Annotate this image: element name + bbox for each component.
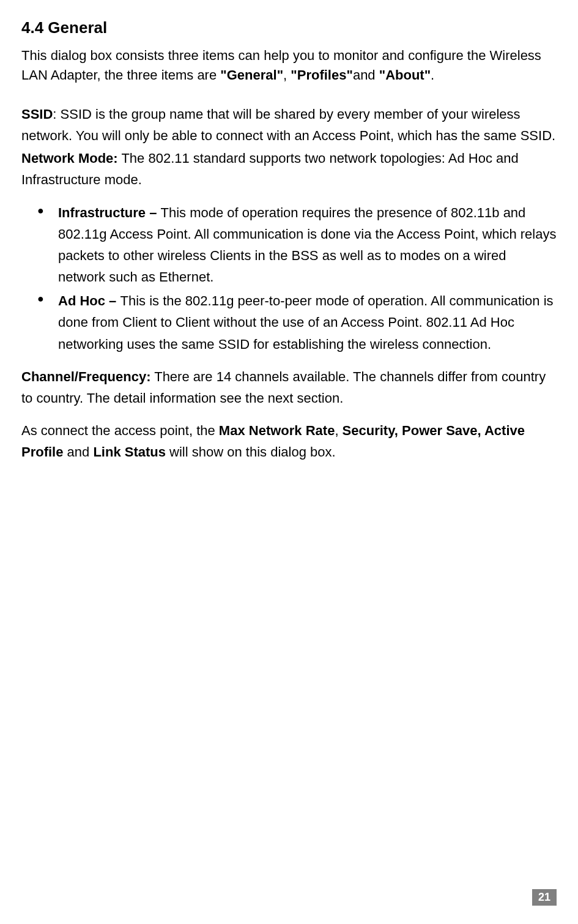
bullet-adhoc: Ad Hoc – This is the 802.11g peer-to-pee… (41, 290, 557, 355)
closing-mid1: , (335, 423, 342, 438)
intro-bold-profiles: "Profiles" (291, 67, 353, 83)
intro-bold-about: "About" (379, 67, 431, 83)
intro-bold-general: "General" (220, 67, 283, 83)
network-mode-label: Network Mode: (21, 151, 118, 166)
intro-mid1: , (283, 67, 291, 83)
bullet-infrastructure-label: Infrastructure – (58, 205, 161, 220)
intro-paragraph: This dialog box consists three items can… (21, 46, 557, 85)
intro-mid2: and (353, 67, 379, 83)
intro-end: . (431, 67, 434, 83)
bullet-adhoc-label: Ad Hoc – (58, 293, 120, 308)
network-mode-paragraph: Network Mode: The 802.11 standard suppor… (21, 147, 557, 190)
ssid-block: SSID: SSID is the group name that will b… (21, 103, 557, 191)
ssid-text: : SSID is the group name that will be sh… (21, 106, 555, 143)
ssid-label: SSID (21, 106, 53, 122)
bullet-adhoc-text: This is the 802.11g peer-to-peer mode of… (58, 293, 554, 351)
channel-label: Channel/Frequency: (21, 369, 150, 384)
ssid-paragraph: SSID: SSID is the group name that will b… (21, 103, 557, 146)
bullet-list: Infrastructure – This mode of operation … (21, 202, 557, 355)
closing-b1: Max Network Rate (219, 423, 335, 438)
section-heading: 4.4 General (21, 18, 557, 37)
closing-end: will show on this dialog box. (166, 444, 336, 460)
closing-mid2: and (63, 444, 93, 460)
closing-b3: Link Status (93, 444, 166, 460)
channel-block: Channel/Frequency: There are 14 channels… (21, 366, 557, 409)
page-number: 21 (532, 889, 557, 906)
closing-paragraph: As connect the access point, the Max Net… (21, 420, 557, 463)
channel-paragraph: Channel/Frequency: There are 14 channels… (21, 366, 557, 409)
closing-pre: As connect the access point, the (21, 423, 219, 438)
bullet-infrastructure: Infrastructure – This mode of operation … (41, 202, 557, 288)
